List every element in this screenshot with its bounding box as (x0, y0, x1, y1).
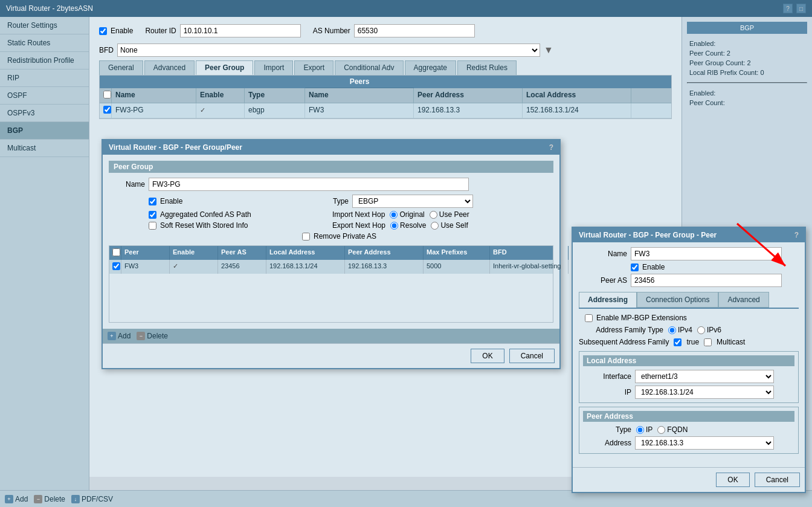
modal-peer-header: Virtual Router - BGP - Peer Group - Peer… (573, 228, 805, 242)
unicast-checkbox[interactable] (674, 338, 682, 346)
tab-conditional-adv[interactable]: Conditional Adv (335, 60, 403, 75)
sidebar-item-static-routes[interactable]: Static Routes (0, 34, 89, 52)
as-number-label: AS Number (313, 27, 350, 35)
inner-row-local: 192.168.13.1/24 (266, 260, 345, 274)
pdf-csv-button[interactable]: ↓ PDF/CSV (71, 495, 113, 503)
row-checkbox[interactable] (103, 106, 111, 114)
export-nh-useself-radio[interactable] (431, 222, 439, 230)
peer-ok-button[interactable]: OK (716, 473, 749, 487)
sidebar-item-ospf[interactable]: OSPF (0, 87, 89, 105)
ipv4-radio[interactable] (668, 326, 676, 334)
inner-col-bfd: BFD (490, 246, 569, 260)
ip-select[interactable]: 192.168.13.1/24 (635, 386, 774, 399)
peer-cancel-button[interactable]: Cancel (755, 473, 800, 487)
top-form-row: Enable Router ID AS Number (94, 22, 677, 40)
import-nh-usepeer-radio[interactable] (430, 211, 437, 219)
sub-addr-family-label: Subsequent Address Family (579, 338, 669, 346)
help-icon[interactable]: ? (783, 4, 793, 13)
inner-delete-label: Delete (147, 332, 168, 340)
peers-group-header: Peers (305, 76, 414, 88)
bfd-select[interactable]: None (117, 44, 540, 57)
right-panel-enabled2: Enabled: (687, 88, 807, 98)
delete-button[interactable]: − Delete (34, 495, 65, 503)
type-select[interactable]: EBGP (352, 195, 473, 208)
tab-connection-options[interactable]: Connection Options (637, 292, 718, 308)
sidebar-item-redistribution-profile[interactable]: Redistribution Profile (0, 52, 89, 69)
soft-reset-label: Soft Reset With Stored Info (160, 221, 248, 230)
aggregated-checkbox[interactable] (149, 211, 156, 219)
interface-label: Interface (583, 372, 631, 381)
modal-peer-group-body: Peer Group Name Enable Type EBGP (103, 155, 559, 329)
col-peer-address: Peer Address (414, 88, 523, 103)
tab-peer-group[interactable]: Peer Group (196, 60, 253, 75)
modal-peer-help[interactable]: ? (794, 231, 799, 239)
enable-checkbox[interactable] (99, 27, 107, 35)
inner-add-button[interactable]: + Add (108, 332, 130, 340)
tab-redist-rules[interactable]: Redist Rules (457, 60, 517, 75)
right-panel-peer-count2: Peer Count: (687, 98, 807, 108)
tab-general[interactable]: General (99, 60, 143, 75)
sidebar-item-bgp[interactable]: BGP (0, 122, 89, 140)
inner-table-row[interactable]: FW3 ✓ 23456 192.168.13.1/24 192.168.13.3… (109, 260, 553, 274)
tab-aggregate[interactable]: Aggregate (405, 60, 456, 75)
tab-addressing[interactable]: Addressing (579, 292, 637, 308)
type-ip-radio[interactable] (636, 426, 644, 434)
row-peer-name: FW3 (305, 103, 414, 118)
row-local-address: 152.168.13.1/24 (523, 103, 631, 118)
modal-peer-group-title: Virtual Router - BGP - Peer Group/Peer (109, 143, 242, 152)
row-enable: ✓ (196, 103, 245, 118)
select-all-checkbox[interactable] (103, 91, 111, 98)
title-bar-icons: ? □ (783, 4, 806, 13)
ipv6-radio[interactable] (697, 326, 705, 334)
sidebar-item-multicast[interactable]: Multicast (0, 140, 89, 157)
sidebar: Router Settings Static Routes Redistribu… (0, 17, 89, 494)
name-input[interactable] (149, 178, 469, 191)
mpbgp-checkbox[interactable] (585, 314, 593, 322)
name-label: Name (109, 180, 145, 189)
minimize-icon[interactable]: □ (796, 4, 806, 13)
add-icon: + (5, 495, 13, 503)
modal-peer-footer: OK Cancel (573, 467, 805, 492)
address-select[interactable]: 192.168.13.3 (635, 436, 774, 450)
type-fqdn-radio[interactable] (657, 426, 665, 434)
multicast-checkbox[interactable] (704, 338, 712, 346)
sidebar-item-ospfv3[interactable]: OSPFv3 (0, 105, 89, 122)
export-next-hop-label: Export Next Hop (332, 221, 385, 230)
title-bar-text: Virtual Router - 2bytesASN (6, 4, 93, 13)
router-id-input[interactable] (180, 24, 301, 37)
import-nh-original-radio[interactable] (390, 211, 398, 219)
soft-reset-checkbox[interactable] (149, 222, 156, 230)
interface-select[interactable]: ethernet1/3 (635, 370, 774, 383)
inner-select-all[interactable] (112, 248, 120, 256)
modal-peer-group-help[interactable]: ? (549, 143, 553, 152)
enable-checkbox[interactable] (149, 198, 156, 205)
tab-advanced[interactable]: Advanced (144, 60, 195, 75)
remove-private-checkbox[interactable] (302, 233, 310, 241)
inner-delete-button[interactable]: − Delete (137, 332, 168, 340)
row-peer-address: 192.168.13.3 (414, 103, 523, 118)
tab-export[interactable]: Export (294, 60, 334, 75)
inner-row-check[interactable] (112, 262, 120, 270)
table-header: Name Enable Type Name Peer Address Local… (100, 88, 671, 103)
peer-enable-checkbox[interactable] (631, 263, 639, 271)
multicast-label: Multicast (717, 338, 745, 346)
unicast-label: true (686, 338, 699, 346)
export-nh-resolve-radio[interactable] (390, 222, 398, 230)
peer-as-input[interactable] (631, 274, 782, 287)
table-row[interactable]: FW3-PG ✓ ebgp FW3 192.168.13.3 152.168.1… (100, 103, 671, 118)
sidebar-item-rip[interactable]: RIP (0, 69, 89, 87)
address-label: Address (583, 439, 631, 447)
modal-cancel-button[interactable]: Cancel (509, 349, 555, 363)
add-button[interactable]: + Add (5, 495, 28, 503)
sidebar-item-router-settings[interactable]: Router Settings (0, 17, 89, 34)
col-type: Type (245, 88, 305, 103)
inner-table-header: Peer Enable Peer AS Local Address Peer A… (109, 246, 553, 260)
tab-advanced[interactable]: Advanced (718, 292, 768, 308)
aggregated-row: Aggregated Confed AS Path (109, 210, 330, 219)
peer-name-input[interactable] (631, 247, 782, 260)
as-number-input[interactable] (354, 24, 475, 37)
modal-ok-button[interactable]: OK (471, 349, 504, 363)
tab-import[interactable]: Import (254, 60, 293, 75)
bfd-dropdown-icon[interactable]: ▼ (544, 45, 553, 56)
local-address-title: Local Address (583, 355, 794, 366)
